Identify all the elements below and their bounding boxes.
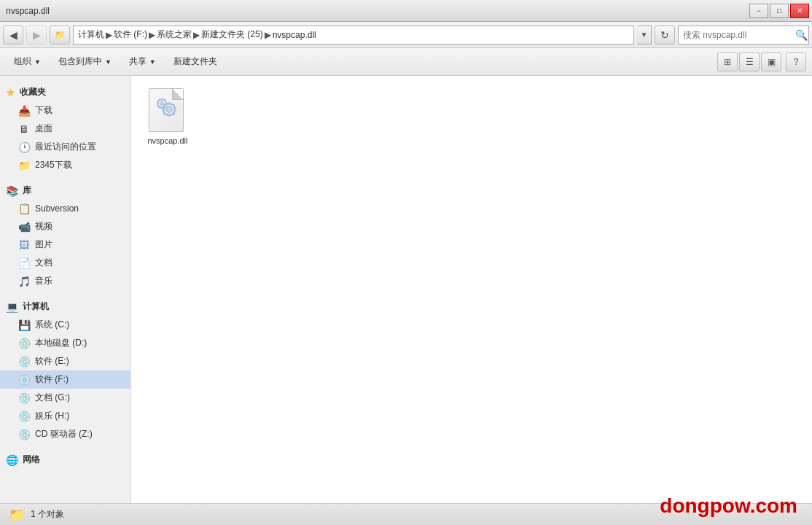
toolbar: 组织 ▼ 包含到库中 ▼ 共享 ▼ 新建文件夹 ⊞ ☰ ▣ ? [0, 48, 812, 76]
breadcrumb-computer[interactable]: 计算机 [78, 28, 104, 41]
drive-z-label: CD 驱动器 (Z:) [35, 428, 93, 440]
view-icon-button[interactable]: ⊞ [717, 52, 738, 71]
recent-label: 最近访问的位置 [35, 141, 96, 153]
include-library-button[interactable]: 包含到库中 ▼ [50, 52, 120, 72]
refresh-button[interactable]: ↻ [655, 26, 675, 44]
svg-point-1 [166, 106, 172, 112]
new-folder-button[interactable]: 新建文件夹 [165, 52, 225, 72]
sidebar-item-video[interactable]: 📹 视频 [0, 217, 130, 236]
svg-point-11 [160, 102, 164, 106]
picture-icon: 🖼 [17, 239, 31, 251]
sidebar-section-computer[interactable]: 💻 计算机 [0, 296, 130, 316]
sidebar-item-subversion[interactable]: 📋 Subversion [0, 200, 130, 217]
sidebar: ★ 收藏夹 📥 下载 🖥 桌面 🕐 最近访问的位置 📁 2345下载 📚 库 📋… [0, 76, 131, 503]
sidebar-item-drive-c[interactable]: 💾 系统 (C:) [0, 316, 130, 334]
sidebar-item-2345[interactable]: 📁 2345下载 [0, 156, 130, 174]
gear-svg-icon [153, 95, 179, 121]
search-input[interactable] [678, 26, 809, 44]
recent-icon: 🕐 [17, 141, 31, 153]
desktop-label: 桌面 [35, 122, 52, 135]
music-icon: 🎵 [17, 276, 31, 287]
svg-rect-15 [165, 103, 167, 105]
address-dropdown-button[interactable]: ▼ [637, 26, 652, 44]
svg-rect-3 [168, 114, 171, 117]
drive-z-icon: 💿 [17, 429, 31, 440]
drive-h-icon: 💿 [17, 411, 31, 422]
minimize-button[interactable]: － [749, 4, 768, 18]
favorites-label: 收藏夹 [20, 86, 46, 98]
svg-rect-13 [161, 106, 163, 109]
sidebar-item-drive-d[interactable]: 💿 本地磁盘 (D:) [0, 334, 130, 352]
search-wrapper: 🔍 [678, 26, 809, 44]
sidebar-section-library[interactable]: 📚 库 [0, 180, 130, 200]
favorites-icon: ★ [6, 87, 15, 98]
content-area[interactable]: nvspcap.dll [131, 76, 812, 503]
sidebar-item-drive-e[interactable]: 💿 软件 (E:) [0, 352, 130, 370]
file-icon-wrapper [146, 90, 190, 133]
drive-d-label: 本地磁盘 (D:) [35, 337, 87, 349]
drive-f-label: 软件 (F:) [35, 373, 69, 386]
library-label: 库 [23, 184, 31, 197]
up-button[interactable]: 📁 [50, 26, 70, 44]
sidebar-item-drive-h[interactable]: 💿 娱乐 (H:) [0, 407, 130, 425]
share-button[interactable]: 共享 ▼ [121, 52, 164, 72]
dll-file-icon [149, 88, 187, 135]
breadcrumb-file[interactable]: nvspcap.dll [273, 30, 316, 40]
document-label: 文档 [35, 257, 52, 269]
sidebar-divider-2 [0, 290, 130, 296]
drive-h-label: 娱乐 (H:) [35, 410, 69, 422]
breadcrumb-folder1[interactable]: 系统之家 [157, 28, 192, 41]
breadcrumb-drive[interactable]: 软件 (F:) [114, 28, 147, 41]
sidebar-item-drive-f[interactable]: 💿 软件 (F:) [0, 370, 130, 389]
computer-label: 计算机 [23, 300, 49, 313]
library-icon: 📚 [6, 185, 18, 197]
sidebar-section-favorites[interactable]: ★ 收藏夹 [0, 82, 130, 101]
drive-c-icon: 💾 [17, 319, 31, 331]
sidebar-item-music[interactable]: 🎵 音乐 [0, 272, 130, 290]
drive-e-label: 软件 (E:) [35, 355, 69, 368]
network-label: 网络 [23, 454, 40, 466]
forward-button[interactable]: ▶ [26, 26, 47, 44]
main-area: ★ 收藏夹 📥 下载 🖥 桌面 🕐 最近访问的位置 📁 2345下载 📚 库 📋… [0, 76, 812, 503]
sidebar-item-document[interactable]: 📄 文档 [0, 254, 130, 272]
address-bar: ◀ ▶ 📁 计算机 ▶ 软件 (F:) ▶ 系统之家 ▶ 新建文件夹 (25) … [0, 22, 812, 48]
maximize-button[interactable]: □ [770, 4, 789, 18]
view-preview-button[interactable]: ▣ [761, 52, 781, 71]
status-bar: 📁 1 个对象 [0, 503, 812, 525]
sidebar-item-picture[interactable]: 🖼 图片 [0, 236, 130, 254]
help-button[interactable]: ? [786, 52, 806, 71]
sidebar-item-drive-z[interactable]: 💿 CD 驱动器 (Z:) [0, 425, 130, 443]
computer-icon: 💻 [6, 301, 18, 313]
download-icon: 📥 [17, 105, 31, 117]
sidebar-divider-3 [0, 443, 130, 449]
network-icon: 🌐 [6, 454, 18, 466]
download-label: 下载 [35, 104, 52, 117]
sidebar-divider-1 [0, 174, 130, 180]
address-path-bar[interactable]: 计算机 ▶ 软件 (F:) ▶ 系统之家 ▶ 新建文件夹 (25) ▶ nvsp… [73, 26, 634, 44]
window-controls: － □ ✕ [749, 4, 809, 18]
drive-c-label: 系统 (C:) [35, 319, 69, 331]
file-label: nvspcap.dll [147, 136, 187, 145]
back-button[interactable]: ◀ [3, 26, 23, 44]
svg-rect-12 [161, 98, 163, 101]
breadcrumb-folder2[interactable]: 新建文件夹 (25) [201, 28, 263, 41]
sidebar-item-drive-g[interactable]: 💿 文档 (G:) [0, 389, 130, 407]
sidebar-item-download[interactable]: 📥 下载 [0, 101, 130, 120]
drive-g-icon: 💿 [17, 392, 31, 404]
picture-label: 图片 [35, 238, 52, 251]
sidebar-section-network[interactable]: 🌐 网络 [0, 449, 130, 469]
close-button[interactable]: ✕ [790, 4, 809, 18]
sidebar-item-recent[interactable]: 🕐 最近访问的位置 [0, 138, 130, 156]
status-folder-icon: 📁 [9, 507, 25, 523]
file-item-nvspcap[interactable]: nvspcap.dll [138, 83, 197, 152]
search-button[interactable]: 🔍 [795, 29, 808, 41]
document-icon: 📄 [17, 257, 31, 269]
2345-label: 2345下载 [35, 159, 72, 171]
view-details-button[interactable]: ☰ [739, 52, 760, 71]
music-label: 音乐 [35, 275, 52, 287]
drive-e-icon: 💿 [17, 356, 31, 368]
desktop-icon: 🖥 [17, 123, 31, 135]
svg-rect-14 [157, 103, 159, 105]
sidebar-item-desktop[interactable]: 🖥 桌面 [0, 120, 130, 138]
organize-button[interactable]: 组织 ▼ [6, 52, 49, 72]
